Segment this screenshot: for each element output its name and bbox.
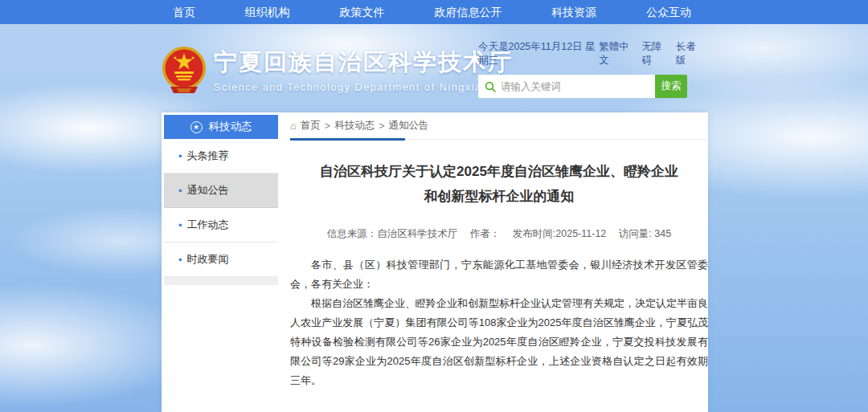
site-header: 宁夏回族自治区科学技术厅 Science and Technology Depa… <box>0 24 868 112</box>
sidebar-item-political-news[interactable]: • 时政要闻 <box>164 243 278 277</box>
bullet-icon: • <box>178 150 182 162</box>
article-title-line2: 和创新型标杆企业的通知 <box>424 189 575 204</box>
site-subtitle: Science and Technology Department of Nin… <box>214 82 513 93</box>
article-title: 自治区科技厅关于认定2025年度自治区雏鹰企业、瞪羚企业 和创新型标杆企业的通知 <box>290 159 708 210</box>
site-title: 宁夏回族自治区科学技术厅 <box>214 47 513 79</box>
link-elder-version[interactable]: 长者版 <box>676 40 702 67</box>
sidebar-item-label: 通知公告 <box>187 183 229 198</box>
content-panel: ★ 科技动态 • 头条推荐 • 通知公告 • 工作动态 • 时政要闻 ⌂ 首页 … <box>162 112 708 412</box>
breadcrumb-active-underline <box>290 138 405 141</box>
header-utility: 今天是2025年11月12日 星期三 繁體中文 无障碍 长者版 搜索 <box>478 40 702 98</box>
sidebar-item-label: 时政要闻 <box>187 252 229 267</box>
article-meta: 信息来源：自治区科学技术厅 作者： 发布时间:2025-11-12 访问量: 3… <box>290 227 708 241</box>
search-icon <box>485 81 496 92</box>
sidebar-title: 科技动态 <box>209 120 252 134</box>
sidebar-item-label: 工作动态 <box>187 218 229 232</box>
star-circle-icon: ★ <box>190 121 203 133</box>
breadcrumb-separator: > <box>379 120 384 132</box>
site-brand: 宁夏回族自治区科学技术厅 Science and Technology Depa… <box>161 45 513 95</box>
article-area: ⌂ 首页 > 科技动态 > 通知公告 自治区科技厅关于认定2025年度自治区雏鹰… <box>290 112 708 412</box>
article-body: 各市、县（区）科技管理部门，宁东能源化工基地管委会，银川经济技术开发区管委会，各… <box>290 255 708 390</box>
article-paragraph: 根据自治区雏鹰企业、瞪羚企业和创新型标杆企业认定管理有关规定，决定认定半亩良人农… <box>290 294 708 390</box>
sidebar-item-notices[interactable]: • 通知公告 <box>164 173 278 208</box>
nav-item-policy-documents[interactable]: 政策文件 <box>340 0 385 24</box>
nav-item-home[interactable]: 首页 <box>173 0 195 24</box>
top-navigation: 首页 组织机构 政策文件 政府信息公开 科技资源 公众互动 <box>0 0 868 24</box>
sidebar-item-headlines[interactable]: • 头条推荐 <box>164 139 278 173</box>
breadcrumb-home[interactable]: 首页 <box>301 119 321 133</box>
search-button[interactable]: 搜索 <box>655 75 687 98</box>
nav-item-public-interaction[interactable]: 公众互动 <box>646 0 691 24</box>
bullet-icon: • <box>178 254 182 266</box>
national-emblem-logo <box>161 45 207 95</box>
search-input[interactable] <box>501 81 649 92</box>
article-paragraph: 各市、县（区）科技管理部门，宁东能源化工基地管委会，银川经济技术开发区管委会，各… <box>290 255 708 294</box>
breadcrumb-notices[interactable]: 通知公告 <box>388 119 428 133</box>
nav-item-gov-info-disclosure[interactable]: 政府信息公开 <box>434 0 502 24</box>
bullet-icon: • <box>178 219 182 231</box>
breadcrumb-sci-tech-news[interactable]: 科技动态 <box>334 119 375 133</box>
article-title-line1: 自治区科技厅关于认定2025年度自治区雏鹰企业、瞪羚企业 <box>320 164 678 179</box>
home-icon: ⌂ <box>290 120 297 132</box>
link-accessibility[interactable]: 无障碍 <box>641 40 667 67</box>
sidebar-item-label: 头条推荐 <box>187 149 229 163</box>
search-bar: 搜索 <box>478 75 687 98</box>
sidebar-item-work-updates[interactable]: • 工作动态 <box>164 208 278 243</box>
meta-visit-count: 访问量: 345 <box>619 228 671 239</box>
sidebar-sci-tech-news: ★ 科技动态 • 头条推荐 • 通知公告 • 工作动态 • 时政要闻 <box>164 115 278 285</box>
meta-publish-time: 发布时间:2025-11-12 <box>513 228 607 239</box>
link-traditional-chinese[interactable]: 繁體中文 <box>599 40 633 67</box>
sidebar-header: ★ 科技动态 <box>164 115 278 139</box>
sidebar-footer-strip <box>164 277 278 285</box>
breadcrumb: ⌂ 首页 > 科技动态 > 通知公告 <box>290 112 708 140</box>
nav-item-organization[interactable]: 组织机构 <box>245 0 290 24</box>
meta-author: 作者： <box>470 228 501 239</box>
bullet-icon: • <box>178 185 182 197</box>
breadcrumb-separator: > <box>325 120 330 132</box>
nav-item-sci-tech-resources[interactable]: 科技资源 <box>551 0 596 24</box>
today-date-text: 今天是2025年11月12日 星期三 <box>478 40 599 67</box>
meta-source: 信息来源：自治区科学技术厅 <box>327 228 458 239</box>
